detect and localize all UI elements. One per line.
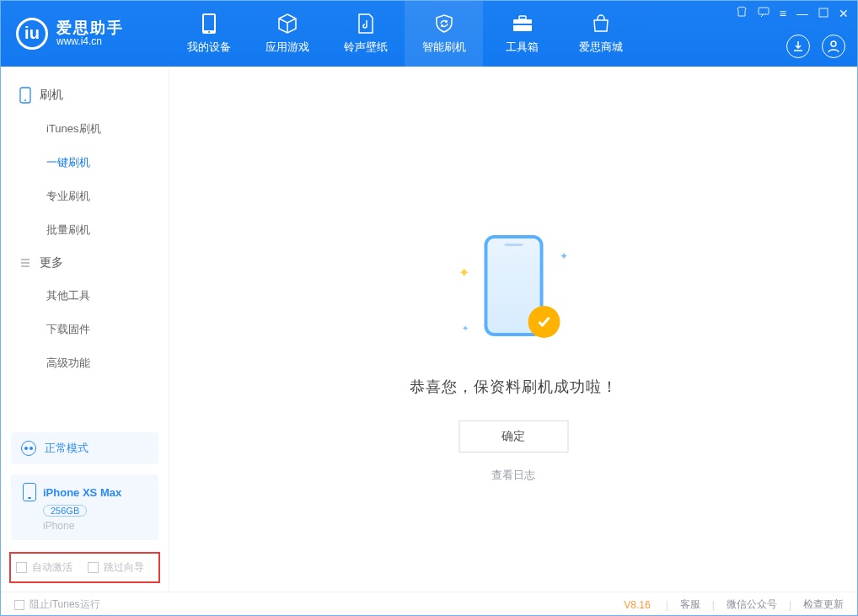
main-content: ✦ ✦ ✦ 恭喜您，保资料刷机成功啦！ 确定 查看日志 — [169, 67, 857, 592]
checkbox-skip-guide[interactable]: 跳过向导 — [88, 560, 144, 575]
device-subtype: iPhone — [43, 520, 74, 532]
svg-rect-4 — [519, 16, 526, 19]
sparkle-icon: ✦ — [462, 324, 469, 333]
nav-label: 爱思商城 — [579, 40, 623, 55]
maximize-button[interactable] — [818, 7, 829, 20]
device-card[interactable]: iPhone XS Max 256GB iPhone — [11, 474, 158, 540]
ok-button[interactable]: 确定 — [458, 420, 568, 453]
checkbox-icon — [88, 562, 99, 573]
svg-point-2 — [208, 31, 210, 33]
account-button[interactable] — [822, 35, 845, 58]
header: iu 爱思助手 www.i4.cn 我的设备 应用游戏 铃声壁纸 智能刷机 工具… — [1, 1, 857, 67]
skin-icon[interactable] — [736, 6, 748, 20]
view-log-link[interactable]: 查看日志 — [491, 468, 535, 483]
sidebar-item-pro-flash[interactable]: 专业刷机 — [1, 179, 169, 213]
top-nav: 我的设备 应用游戏 铃声壁纸 智能刷机 工具箱 爱思商城 — [169, 1, 640, 67]
svg-rect-1 — [204, 15, 214, 30]
success-illustration: ✦ ✦ ✦ — [458, 235, 568, 353]
phone-icon — [23, 483, 36, 501]
nav-label: 工具箱 — [506, 40, 539, 55]
music-file-icon — [355, 13, 377, 35]
mode-card[interactable]: 正常模式 — [11, 432, 158, 464]
sidebar-group-title: 刷机 — [40, 88, 63, 103]
check-badge-icon — [528, 306, 560, 338]
close-button[interactable]: ✕ — [839, 7, 849, 20]
checkbox-icon — [14, 600, 24, 610]
nav-my-device[interactable]: 我的设备 — [169, 1, 248, 67]
checkbox-label: 阻止iTunes运行 — [29, 597, 100, 612]
nav-label: 我的设备 — [187, 40, 231, 55]
sidebar-item-download-firmware[interactable]: 下载固件 — [1, 313, 169, 346]
sidebar-group-title: 更多 — [40, 255, 63, 271]
footer: 阻止iTunes运行 V8.16 | 客服 | 微信公众号 | 检查更新 — [1, 592, 857, 616]
nav-label: 应用游戏 — [265, 40, 309, 55]
app-name: 爱思助手 — [56, 20, 124, 37]
nav-store[interactable]: 爱思商城 — [561, 1, 640, 67]
nav-apps-games[interactable]: 应用游戏 — [248, 1, 326, 67]
cube-icon — [276, 13, 298, 35]
bag-icon — [590, 13, 612, 35]
mode-icon — [21, 441, 36, 456]
version-label: V8.16 — [624, 599, 650, 611]
feedback-icon[interactable] — [758, 6, 770, 20]
svg-rect-7 — [819, 8, 828, 17]
sidebar-item-itunes-flash[interactable]: iTunes刷机 — [1, 112, 169, 146]
list-icon — [19, 257, 31, 269]
sidebar: 刷机 iTunes刷机 一键刷机 专业刷机 批量刷机 更多 其他工具 下载固件 … — [1, 67, 169, 592]
sidebar-item-oneclick-flash[interactable]: 一键刷机 — [1, 146, 169, 179]
svg-rect-6 — [759, 8, 769, 14]
checkbox-label: 自动激活 — [32, 560, 72, 575]
svg-point-8 — [831, 41, 836, 46]
footer-links: | 客服 | 微信公众号 | 检查更新 — [666, 597, 844, 612]
checkbox-icon — [16, 562, 27, 573]
sidebar-item-advanced[interactable]: 高级功能 — [1, 346, 169, 380]
device-icon — [198, 13, 220, 35]
header-right-actions — [786, 35, 845, 58]
success-message: 恭喜您，保资料刷机成功啦！ — [410, 377, 618, 397]
link-support[interactable]: 客服 — [680, 597, 700, 612]
phone-outline-icon — [19, 87, 31, 104]
nav-smart-flash[interactable]: 智能刷机 — [405, 1, 483, 67]
svg-point-10 — [24, 99, 26, 101]
nav-ringtone-wallpaper[interactable]: 铃声壁纸 — [326, 1, 405, 67]
sidebar-group-more: 更多 — [1, 247, 169, 279]
mode-label: 正常模式 — [45, 441, 88, 456]
menu-icon[interactable]: ≡ — [780, 7, 786, 20]
link-wechat[interactable]: 微信公众号 — [727, 597, 777, 612]
success-panel: ✦ ✦ ✦ 恭喜您，保资料刷机成功啦！ 确定 查看日志 — [410, 235, 618, 483]
window-controls: ≡ — ✕ — [736, 6, 849, 20]
flash-options-highlighted: 自动激活 跳过向导 — [9, 552, 160, 583]
checkbox-auto-activate[interactable]: 自动激活 — [16, 560, 72, 575]
device-name: iPhone XS Max — [43, 486, 121, 499]
device-capacity: 256GB — [43, 505, 87, 517]
checkbox-block-itunes[interactable]: 阻止iTunes运行 — [14, 597, 100, 612]
briefcase-icon — [512, 13, 534, 35]
nav-label: 铃声壁纸 — [344, 40, 388, 55]
sidebar-item-batch-flash[interactable]: 批量刷机 — [1, 213, 169, 247]
link-check-update[interactable]: 检查更新 — [803, 597, 844, 612]
sidebar-item-other-tools[interactable]: 其他工具 — [1, 279, 169, 313]
download-button[interactable] — [786, 35, 810, 58]
app-logo: iu 爱思助手 www.i4.cn — [1, 1, 169, 67]
sparkle-icon: ✦ — [458, 265, 469, 281]
checkbox-label: 跳过向导 — [104, 560, 144, 575]
nav-label: 智能刷机 — [422, 40, 466, 55]
sparkle-icon: ✦ — [560, 250, 568, 262]
sidebar-group-flash: 刷机 — [1, 78, 169, 112]
app-url: www.i4.cn — [56, 36, 124, 47]
nav-toolbox[interactable]: 工具箱 — [483, 1, 561, 67]
refresh-shield-icon — [433, 13, 455, 35]
svg-rect-5 — [513, 24, 532, 25]
minimize-button[interactable]: — — [796, 7, 808, 20]
logo-mark-icon: iu — [16, 18, 48, 50]
